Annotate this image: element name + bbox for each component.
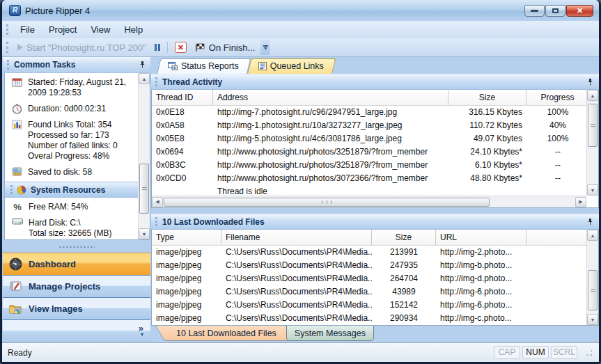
calendar-icon	[12, 77, 22, 87]
nav-manage-projects[interactable]: Manage Projects	[3, 275, 150, 297]
common-tasks-panel: Started: Friday, August 21, 2009 19:28:5…	[4, 73, 150, 240]
col-progress[interactable]: Progress	[526, 90, 586, 105]
duration-text: Duration: 0d00:02:31	[28, 104, 106, 114]
bar-chart-icon	[12, 120, 22, 129]
dashboard-icon	[9, 258, 22, 271]
thread-table-header: Thread ID Address Size Progress	[152, 90, 586, 106]
file-row[interactable]: image/pjpegC:\Users\Russ\Documents\PR4\M…	[152, 285, 586, 299]
report-tabs: Status Reports Queued Links	[151, 57, 599, 74]
thread-table-hscrollbar[interactable]: ◀ ▶	[152, 196, 586, 207]
hard-disk-text: Hard Disk: C:\ Total size: 32665 (MB) Us…	[29, 218, 111, 239]
file-row[interactable]: image/pjpegC:\Users\Russ\Documents\PR4\M…	[152, 299, 586, 312]
stop-button[interactable]: ✕	[171, 40, 191, 55]
thread-row[interactable]: Thread is idle	[152, 185, 586, 196]
start-button-label: Start "Photosight.ru TOP 200"	[26, 42, 146, 53]
scroll-down-button[interactable]: ▼	[587, 314, 598, 325]
chevron-down-icon: ▼	[263, 47, 268, 50]
file-row[interactable]: image/pjpegC:\Users\Russ\Documents\PR4\M…	[152, 272, 586, 285]
menu-file[interactable]: File	[13, 22, 42, 37]
col-size[interactable]: Size	[448, 90, 526, 105]
scroll-up-button[interactable]: ▲	[587, 90, 598, 101]
thread-table-vscrollbar[interactable]: ▲ ▼	[586, 90, 598, 196]
col-filename[interactable]: Filename	[221, 230, 372, 245]
scroll-up-button[interactable]: ▲	[587, 230, 598, 241]
sidebar: Common Tasks Started: Friday, August 21,…	[3, 57, 150, 342]
menu-project[interactable]: Project	[42, 22, 84, 37]
tab-queued-links[interactable]: Queued Links	[247, 58, 332, 74]
col-empty	[526, 230, 586, 245]
scrollbar-thumb[interactable]	[588, 104, 598, 147]
thread-row[interactable]: 0x05E8http://img-5.photosight.ru/4c6/308…	[152, 132, 586, 145]
thread-row[interactable]: 0x0E18http://img-7.photosight.ru/c96/294…	[152, 106, 586, 119]
col-size[interactable]: Size	[372, 230, 436, 245]
last-files-title: 10 Last Downloaded Files	[162, 217, 265, 227]
thread-activity-header[interactable]: Thread Activity	[151, 74, 599, 90]
app-window: R Picture Ripper 4 ✕ File Project View H…	[0, 0, 601, 364]
scroll-down-button[interactable]: ▼	[139, 228, 150, 239]
close-icon: ✕	[577, 7, 583, 15]
thread-activity-table: Thread ID Address Size Progress 0x0E18ht…	[151, 90, 599, 208]
common-tasks-header[interactable]: Common Tasks	[3, 57, 150, 73]
title-bar[interactable]: R Picture Ripper 4 ✕	[2, 0, 599, 21]
close-button[interactable]: ✕	[566, 5, 593, 17]
tab-status-reports[interactable]: Status Reports	[157, 58, 247, 74]
on-finish-button[interactable]: On Finish...	[191, 40, 259, 55]
scroll-left-button[interactable]: ◀	[152, 197, 163, 207]
sidebar-nav: Dashboard Manage Projects	[3, 253, 150, 342]
workspace: Common Tasks Started: Friday, August 21,…	[2, 57, 599, 342]
scrollbar-thumb[interactable]	[139, 164, 149, 214]
scroll-down-button[interactable]: ▼	[587, 184, 598, 196]
file-row[interactable]: image/pjpegC:\Users\Russ\Documents\PR4\M…	[152, 312, 586, 325]
nav-options-button[interactable]: » ▾	[3, 319, 150, 342]
tab-last-files-label: 10 Last Downloaded Files	[176, 329, 276, 338]
nav-dashboard[interactable]: Dashboard	[3, 253, 150, 275]
toolbar-grip-handle[interactable]	[6, 42, 8, 53]
toolbar-separator	[167, 42, 168, 53]
tab-last-downloaded-files[interactable]: 10 Last Downloaded Files	[155, 326, 286, 341]
pin-icon[interactable]	[139, 61, 146, 69]
menu-view[interactable]: View	[84, 22, 117, 37]
col-thread-id[interactable]: Thread ID	[152, 90, 213, 105]
col-url[interactable]: URL	[436, 230, 526, 245]
menu-grip-handle[interactable]	[6, 24, 8, 35]
col-address[interactable]: Address	[213, 90, 448, 105]
maximize-button[interactable]	[545, 5, 565, 17]
toolbar-overflow-button[interactable]: ▼	[260, 40, 270, 55]
finish-flag-icon	[195, 43, 205, 52]
file-row[interactable]: image/pjpegC:\Users\Russ\Documents\PR4\M…	[152, 246, 586, 259]
panel-gap	[151, 208, 599, 214]
thread-row[interactable]: 0x0CD0http://www.photosight.ru/photos/30…	[152, 172, 586, 185]
panel-grip-handle	[155, 217, 157, 226]
pin-icon[interactable]	[586, 78, 594, 86]
scrollbar-thumb[interactable]	[164, 198, 490, 207]
sidebar-splitter[interactable]	[3, 241, 150, 253]
col-type[interactable]: Type	[152, 230, 221, 245]
pin-icon[interactable]	[586, 218, 594, 226]
pause-button[interactable]	[150, 42, 164, 53]
app-icon: R	[9, 5, 21, 16]
status-reports-icon	[168, 62, 178, 70]
stat-links: Found Links Total: 354 Processed so far:…	[5, 116, 138, 163]
scroll-right-button[interactable]: ▶	[575, 197, 586, 207]
thread-row[interactable]: 0x0694http://www.photosight.ru/photos/32…	[152, 145, 586, 159]
system-resources-header[interactable]: System Resources	[5, 182, 138, 198]
file-row[interactable]: image/pjpegC:\Users\Russ\Documents\PR4\M…	[152, 259, 586, 272]
start-button[interactable]: Start "Photosight.ru TOP 200"	[13, 40, 150, 55]
scroll-up-button[interactable]: ▲	[139, 73, 150, 84]
sidebar-scrollbar[interactable]: ▲ ▼	[138, 73, 150, 239]
last-files-header[interactable]: 10 Last Downloaded Files	[151, 214, 599, 230]
stop-icon: ✕	[175, 42, 187, 53]
scrollbar-thumb[interactable]	[588, 270, 598, 310]
minimize-button[interactable]	[524, 5, 545, 17]
tab-system-messages[interactable]: System Messages	[286, 326, 374, 341]
thread-row[interactable]: 0x0B3Chttp://www.photosight.ru/photos/32…	[152, 159, 586, 172]
files-table-vscrollbar[interactable]: ▲ ▼	[586, 230, 598, 325]
menu-bar: File Project View Help	[2, 21, 599, 38]
status-bar: Ready CAP NUM SCRL	[2, 342, 599, 362]
thread-row[interactable]: 0x0A58http://img-1.photosight.ru/10a/327…	[152, 119, 586, 132]
resize-grip[interactable]	[585, 349, 593, 357]
on-finish-label: On Finish...	[209, 42, 255, 53]
nav-view-images[interactable]: View Images	[3, 297, 150, 319]
num-lock-indicator: NUM	[522, 346, 549, 359]
menu-help[interactable]: Help	[117, 22, 150, 37]
